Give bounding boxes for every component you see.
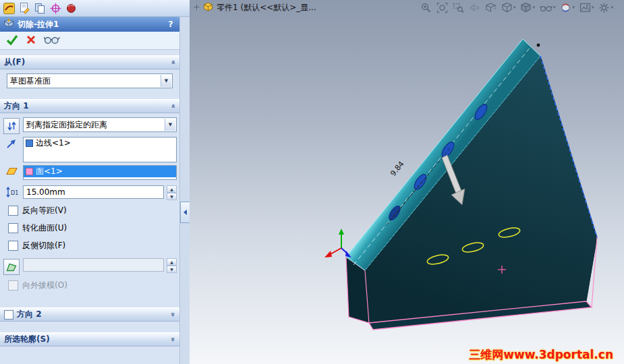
offset-face-box[interactable]: 面<1> [23, 165, 177, 180]
dropdown-caret-icon: ▾ [592, 5, 594, 10]
model-canvas: 9.84 [190, 0, 624, 364]
cut-extrude-icon [3, 18, 14, 30]
dropdown-caret-icon: ▾ [532, 5, 535, 10]
detailed-preview-icon[interactable] [44, 35, 60, 47]
spin-up-icon[interactable]: ▲ [167, 258, 177, 266]
edit-appearance-icon[interactable]: ▾ [560, 2, 575, 13]
depth-spinner[interactable]: ▲▼ [167, 185, 177, 200]
section-from: 从(F) » 草图基准面 ▼ [0, 55, 179, 94]
flip-side-label: 反侧切除(F) [22, 240, 65, 251]
draft-outward-label: 向外拔模(O) [22, 280, 67, 291]
spin-down-icon[interactable]: ▼ [167, 193, 177, 200]
chevron-up-icon: » [169, 60, 177, 65]
checkbox-draft-outward[interactable] [8, 280, 18, 291]
dropdown-caret-icon: ▾ [513, 5, 516, 10]
reverse-offset-label: 反向等距(V) [22, 205, 67, 216]
spin-up-icon[interactable]: ▲ [167, 185, 177, 193]
section-contours: 所选轮廓(S) » [0, 332, 179, 346]
sheets-icon[interactable] [34, 2, 47, 15]
previous-view-icon[interactable] [469, 2, 480, 13]
property-manager-panel: 切除-拉伸1 ? 从(F) » [0, 17, 180, 364]
depth-input[interactable] [23, 185, 164, 199]
dropdown-caret-icon: ▾ [611, 5, 613, 10]
view-orientation-icon[interactable]: ▾ [501, 2, 516, 13]
chevron-up-icon: » [169, 104, 177, 109]
checkbox-direction2[interactable] [4, 310, 13, 320]
collapse-panel-icon [183, 209, 188, 216]
panel-title: 切除-拉伸1 [18, 19, 59, 30]
motion-sphere-icon[interactable] [65, 2, 78, 15]
origin-triad [324, 229, 351, 257]
svg-text:D1: D1 [11, 190, 18, 196]
target-icon[interactable] [49, 2, 62, 15]
section-contours-label: 所选轮廓(S) [4, 334, 50, 345]
hide-show-items-icon[interactable]: ▾ [540, 3, 556, 12]
section-from-label: 从(F) [4, 57, 25, 68]
section-direction1-label: 方向 1 [4, 100, 29, 112]
draft-button[interactable] [3, 259, 20, 275]
left-column: 切除-拉伸1 ? 从(F) » [0, 0, 190, 364]
display-style-icon[interactable]: ▾ [520, 2, 535, 13]
face-selection-item[interactable]: 面<1> [24, 166, 176, 177]
section-direction1-header[interactable]: 方向 1 » [0, 99, 179, 113]
app-logo-icon[interactable] [3, 2, 16, 15]
flip-side-row: 反侧切除(F) [3, 238, 177, 253]
face-tag-icon [26, 168, 33, 175]
panel-splitter[interactable] [180, 17, 190, 364]
sketch-doc-icon[interactable] [18, 2, 31, 15]
view-settings-icon[interactable]: ▾ [598, 2, 613, 13]
end-condition-value: 到离指定面指定的距离 [26, 119, 107, 131]
dropdown-caret-icon: ▾ [572, 5, 575, 10]
edge-tag-icon [26, 140, 33, 147]
section-view-icon[interactable] [485, 2, 497, 13]
dropdown-arrow-icon[interactable]: ▼ [165, 119, 175, 131]
checkbox-reverse-offset[interactable] [8, 206, 18, 216]
reverse-direction-button[interactable] [3, 118, 20, 134]
vertex-dot [537, 44, 540, 47]
collapse-panel-button[interactable] [180, 202, 190, 223]
zoom-in-icon[interactable] [420, 2, 432, 13]
translate-surface-row: 转化曲面(U) [3, 220, 177, 235]
section-from-header[interactable]: 从(F) » [0, 55, 179, 69]
solidworks-window: 切除-拉伸1 ? 从(F) » [0, 0, 624, 364]
zoom-fit-icon[interactable] [436, 2, 448, 13]
section-contours-header[interactable]: 所选轮廓(S) » [0, 332, 179, 346]
edge-selection-label: 边线<1> [36, 138, 71, 149]
face-selection-label: 面<1> [36, 166, 63, 177]
start-condition-dropdown[interactable]: 草图基准面 ▼ [7, 73, 173, 88]
face-select-icon [3, 165, 20, 175]
spin-down-icon[interactable]: ▼ [167, 266, 177, 273]
panel-action-row [0, 32, 179, 50]
end-condition-dropdown[interactable]: 到离指定面指定的距离 ▼ [23, 117, 177, 132]
draft-angle-input[interactable] [23, 258, 164, 272]
heads-up-toolbar: ▾ ▾ ▾ ▾ ▾ ▾ [420, 2, 620, 13]
chevron-down-icon: » [169, 337, 177, 342]
document-title: 零件1 (默认<<默认>_显... [217, 2, 316, 13]
apply-scene-icon[interactable]: ▾ [579, 3, 594, 13]
part-doc-icon [203, 2, 213, 13]
direction-reference-box[interactable]: 边线<1> [23, 137, 177, 162]
direction-reference-icon [3, 137, 20, 150]
watermark-text: 三维网www.3dportal.cn [469, 347, 613, 363]
property-manager-titlebar: 切除-拉伸1 ? [0, 17, 179, 32]
viewport-titlebar: 零件1 (默认<<默认>_显... ▾ ▾ ▾ ▾ ▾ ▾ [190, 0, 624, 15]
ok-button[interactable] [6, 34, 18, 47]
dimension-text: 9.84 [389, 160, 406, 178]
section-direction2-label: 方向 2 [17, 309, 42, 320]
chevron-down-icon: » [169, 312, 177, 317]
depth-d1-icon: D1 [3, 185, 20, 198]
expand-tree-icon[interactable] [194, 3, 200, 12]
cancel-button[interactable] [26, 35, 36, 47]
checkbox-flip-side[interactable] [8, 241, 18, 251]
checkbox-translate-surface[interactable] [8, 223, 18, 233]
zoom-area-icon[interactable] [453, 2, 464, 13]
edge-selection-item[interactable]: 边线<1> [24, 138, 176, 149]
draft-outward-row: 向外拔模(O) [3, 278, 177, 293]
section-direction2-header[interactable]: 方向 2 » [0, 307, 179, 322]
help-button[interactable]: ? [165, 19, 176, 30]
draft-spinner[interactable]: ▲▼ [167, 258, 177, 273]
graphics-viewport[interactable]: 零件1 (默认<<默认>_显... ▾ ▾ ▾ ▾ ▾ ▾ [190, 0, 624, 364]
dropdown-arrow-icon[interactable]: ▼ [161, 75, 171, 87]
section-direction1: 方向 1 » 到离指定面指定的距离 ▼ [0, 99, 179, 298]
window-toolbar [0, 0, 190, 17]
